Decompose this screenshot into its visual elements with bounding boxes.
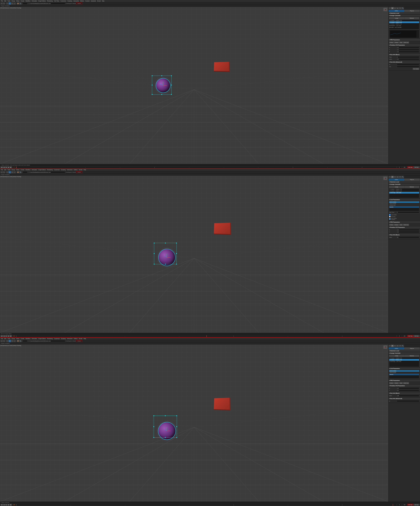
pos-z-input-1[interactable] <box>397 51 419 53</box>
render-btn-3[interactable]: Render <box>76 340 82 342</box>
rp-tab-hier-1[interactable]: ⊕ <box>394 7 396 9</box>
link-inherit-btn-3[interactable]: Link to Inherit <box>389 370 419 372</box>
scale-btn-3[interactable]: ⤢ <box>13 340 16 342</box>
pos-y-input-3[interactable] <box>397 390 419 391</box>
next-frame-btn-2[interactable]: ▶ <box>7 335 10 337</box>
path-input-1[interactable] <box>29 3 65 5</box>
path-input-2[interactable] <box>29 171 65 173</box>
prev-frame-btn-2[interactable]: ◀ <box>3 335 5 337</box>
menu-tools-3[interactable]: Tools <box>7 338 11 340</box>
menu-customize-1[interactable]: Customize <box>60 0 67 2</box>
select-btn-1[interactable]: ↖ <box>6 2 8 5</box>
remove-controller-btn-1[interactable]: Remove <box>404 17 419 19</box>
menu-autodesk-1[interactable]: Autodesk <box>90 0 96 2</box>
link-node-box001-3[interactable]: Box001 <box>389 374 419 375</box>
rp-tab-display-3[interactable]: ☲ <box>399 345 401 347</box>
menu-group-1[interactable]: Group <box>11 0 15 2</box>
link-node-box001-2[interactable]: Box001 <box>389 206 419 208</box>
create-rot-key-1[interactable]: Rotation <box>394 41 399 43</box>
frame-input-1[interactable]: 0 <box>23 3 27 5</box>
rp-tab-create-1[interactable]: ✦ <box>389 7 391 9</box>
rp-section-link-header-3[interactable]: ▼ Link Parameters <box>388 367 420 370</box>
remove-controller-btn-3[interactable]: Remove <box>404 355 419 357</box>
tl-end-1[interactable]: 100 <box>402 166 407 168</box>
undo-btn-2[interactable]: ↩ <box>0 171 3 173</box>
menu-editors-2[interactable]: Editors <box>73 169 78 171</box>
menu-views-1[interactable]: Views <box>16 0 20 2</box>
rp-section-keybasic-header-2[interactable]: ▼ Key Info (Basic) <box>388 234 420 236</box>
delete-key-2[interactable]: Delete Key <box>403 224 409 226</box>
vp-hat-1[interactable]: 🎩 <box>383 8 387 11</box>
redo-btn-3[interactable]: ↪ <box>3 340 5 342</box>
controller-list-3[interactable]: ● Position - Position XYZ ● Position - P… <box>389 357 419 367</box>
rp-section-posxyz-header-1[interactable]: ▼ Position XYZ Parameters <box>388 44 420 46</box>
menu-create-3[interactable]: Create <box>20 338 25 340</box>
menu-edit-1[interactable]: Edit <box>4 0 7 2</box>
viewport-3[interactable]: [Perspective] [Low Defn] [Default Shadin… <box>0 345 388 502</box>
menu-file-1[interactable]: File <box>0 0 3 2</box>
menu-help-2[interactable]: Help <box>83 169 87 171</box>
play-btn-3[interactable]: ▶ <box>5 504 7 506</box>
ctrl-item-link-targ-2[interactable]: ● Link Targ - Link Contr... <box>389 192 419 193</box>
rp-section-keybasic-header-3[interactable]: ▼ Key Info (Basic) <box>388 392 420 394</box>
pos-x-input-3[interactable] <box>397 387 419 389</box>
rp-tab-display-2[interactable]: ☲ <box>399 176 401 178</box>
rp-section-posxyz-header-3[interactable]: ▼ Position XYZ Parameters <box>388 385 420 387</box>
rotate-btn-2[interactable]: ↻ <box>11 171 13 173</box>
control-link-btn-2[interactable]: Control Link <box>389 204 419 206</box>
modify-btn-1[interactable]: 🔧 <box>19 2 21 5</box>
menu-create-1[interactable]: Create <box>20 0 25 2</box>
ctrl-item-pos-100-2[interactable]: ● Position - Platform 100 <box>389 190 419 192</box>
key-val-input-3[interactable] <box>397 395 419 397</box>
rp-section-prs-header-3[interactable]: ▼ PRS Parameters <box>388 380 420 382</box>
menu-edit-2[interactable]: Edit <box>4 169 7 171</box>
rp-section-keyadv-header-3[interactable]: ▼ Key Info (Advanced) <box>388 398 420 400</box>
menu-interactive-2[interactable]: Interactive <box>67 169 73 171</box>
move-btn-3[interactable]: ✛ <box>9 340 11 342</box>
keyadv-out-input-1[interactable] <box>397 66 419 67</box>
frame-counter-3[interactable]: 100 <box>12 504 16 506</box>
link-world-btn-2[interactable]: Link to World <box>389 203 419 204</box>
rp-section-sellevel-header-2[interactable]: ▼ Selection Level <box>388 181 420 183</box>
menu-file-3[interactable]: File <box>0 338 3 340</box>
ctrl-item-rot-1[interactable]: ▶ Rotation - Link Contr... <box>389 25 419 27</box>
rp-tab-create-3[interactable]: ✦ <box>389 345 391 347</box>
timeline-track-3[interactable] <box>16 504 397 506</box>
set-key-btn-2[interactable]: Set Key <box>413 335 420 337</box>
rp-section-keyadv-header-1[interactable]: ▼ Key Info (Advanced) <box>388 61 420 63</box>
create-scale-key-1[interactable]: Scale <box>399 41 403 43</box>
no-keys-radio-2[interactable] <box>389 216 391 217</box>
key-nodes-iter-radio-2[interactable] <box>389 218 391 220</box>
key-time-input-1[interactable] <box>397 56 419 58</box>
timeline-track-2[interactable] <box>16 335 397 337</box>
rp-tab-motion-3[interactable]: ◈ <box>396 345 399 347</box>
plugins-btn-2[interactable]: Plug-ins <box>404 179 420 180</box>
tl-end-2[interactable]: 100 <box>402 335 407 337</box>
controller-list-1[interactable]: ● Position - Position XYZ ● Position - P… <box>389 20 419 29</box>
plugins-btn-1[interactable]: Plug-ins <box>404 10 420 12</box>
frame-counter-2[interactable]: 50 <box>12 335 16 337</box>
render-btn-2[interactable]: Render <box>76 171 82 173</box>
menu-scripting-1[interactable]: Scripting <box>67 0 73 2</box>
ctrl-item-pos-xyz-3[interactable]: ● Position - Position XYZ <box>389 357 419 359</box>
key-next-btn-3[interactable]: ▶| <box>10 504 12 506</box>
menu-graph-editors-2[interactable]: Graph Editors <box>38 169 47 171</box>
key-prev-btn-2[interactable]: |◀ <box>0 335 3 337</box>
menu-customize-2[interactable]: Customize <box>53 169 60 171</box>
next-frame-btn-1[interactable]: ▶ <box>7 166 10 168</box>
rp-section-sellevel-header-3[interactable]: ▼ Selection Level <box>388 350 420 352</box>
rp-tab-hier-3[interactable]: ⊕ <box>394 345 396 347</box>
scale-btn-2[interactable]: ⤢ <box>13 171 16 173</box>
create-scale-key-2[interactable]: Scale <box>399 224 403 226</box>
menu-views-3[interactable]: Views <box>16 338 20 340</box>
vp-hat-3[interactable]: 🎩 <box>383 346 387 349</box>
create-rot-key-3[interactable]: Rotation <box>394 382 399 384</box>
menu-rendering-3[interactable]: Rendering <box>47 338 53 340</box>
menu-scripting-2[interactable]: Scripting <box>60 169 66 171</box>
key-val-input-2[interactable] <box>397 237 419 238</box>
rotate-btn-1[interactable]: ↻ <box>11 2 13 5</box>
create-rot-key-2[interactable]: Rotation <box>394 224 399 226</box>
prev-frame-btn-3[interactable]: ◀ <box>3 504 5 506</box>
menu-arnold-1[interactable]: Arnold <box>97 0 101 2</box>
set-key-btn-1[interactable]: Set Key <box>413 166 420 168</box>
